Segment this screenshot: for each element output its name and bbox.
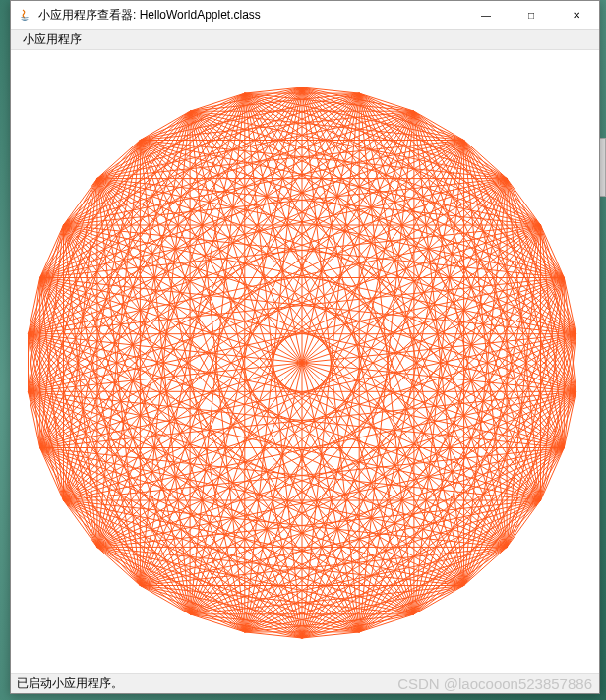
complete-graph-drawing <box>11 50 599 673</box>
titlebar[interactable]: 小应用程序查看器: HelloWorldApplet.class — □ ✕ <box>11 1 599 30</box>
status-text: 已启动小应用程序。 <box>17 675 123 692</box>
java-icon <box>17 8 32 24</box>
menubar: 小应用程序 <box>11 30 599 50</box>
applet-viewer-window: 小应用程序查看器: HelloWorldApplet.class — □ ✕ 小… <box>10 0 600 694</box>
close-icon: ✕ <box>573 10 580 21</box>
window-title: 小应用程序查看器: HelloWorldApplet.class <box>38 7 463 24</box>
applet-canvas <box>11 50 599 673</box>
statusbar: 已启动小应用程序。 <box>11 673 599 693</box>
close-button[interactable]: ✕ <box>554 1 599 29</box>
window-controls: — □ ✕ <box>463 1 599 29</box>
minimize-button[interactable]: — <box>463 1 509 29</box>
minimize-icon: — <box>481 10 491 21</box>
maximize-icon: □ <box>528 10 534 21</box>
menu-applet[interactable]: 小应用程序 <box>17 29 88 50</box>
maximize-button[interactable]: □ <box>509 1 554 29</box>
